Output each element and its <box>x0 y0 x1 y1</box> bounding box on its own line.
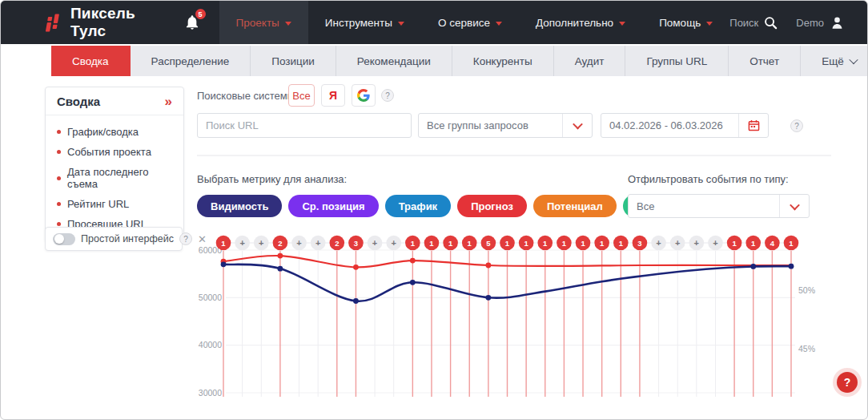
event-marker[interactable]: 1 <box>727 236 742 251</box>
data-point-navy-metric[interactable] <box>221 261 227 267</box>
event-marker[interactable]: 5 <box>481 236 496 251</box>
svg-text:1: 1 <box>524 239 528 248</box>
svg-text:3: 3 <box>354 239 358 248</box>
svg-text:3: 3 <box>637 239 641 248</box>
svg-text:+: + <box>259 238 263 248</box>
event-marker[interactable]: 1 <box>613 236 629 251</box>
svg-text:1: 1 <box>751 239 756 248</box>
svg-text:+: + <box>391 238 396 248</box>
add-event-marker[interactable]: + <box>386 236 401 251</box>
add-event-marker[interactable]: + <box>254 236 269 251</box>
add-event-marker[interactable]: + <box>311 236 326 251</box>
svg-text:+: + <box>315 238 320 248</box>
event-marker[interactable]: 1 <box>594 236 609 251</box>
svg-text:1: 1 <box>448 239 453 248</box>
data-point-navy-metric[interactable] <box>353 298 359 304</box>
svg-text:+: + <box>239 238 244 248</box>
add-event-marker[interactable]: + <box>368 236 383 251</box>
svg-text:1: 1 <box>581 239 585 248</box>
data-point-navy-metric[interactable] <box>789 264 794 269</box>
svg-text:1: 1 <box>429 239 434 248</box>
svg-text:1: 1 <box>562 239 567 248</box>
event-marker[interactable]: 1 <box>424 236 440 251</box>
svg-text:1: 1 <box>468 239 472 248</box>
svg-text:1: 1 <box>789 239 794 248</box>
add-event-marker[interactable]: + <box>689 236 705 251</box>
y-axis-right-tick: 50% <box>798 285 815 295</box>
event-marker[interactable]: 2 <box>273 236 288 251</box>
event-marker[interactable]: 1 <box>462 236 477 251</box>
svg-text:4: 4 <box>770 239 775 248</box>
data-point-navy-metric[interactable] <box>485 295 491 301</box>
y-axis-left-tick: 30000 <box>199 388 222 398</box>
data-point-red-metric[interactable] <box>353 265 359 270</box>
svg-text:1: 1 <box>543 239 548 248</box>
add-event-marker[interactable]: + <box>651 236 666 251</box>
event-marker[interactable]: 1 <box>537 236 553 251</box>
svg-text:+: + <box>675 238 680 248</box>
event-marker[interactable]: 1 <box>519 236 534 251</box>
svg-text:2: 2 <box>335 239 339 248</box>
svg-text:1: 1 <box>619 239 624 248</box>
visibility-chart: 6000050000400003000050%45%1++2++23++1111… <box>1 1 868 420</box>
y-axis-left-tick: 40000 <box>199 340 222 349</box>
svg-text:+: + <box>372 238 377 248</box>
svg-text:1: 1 <box>732 239 737 248</box>
svg-text:1: 1 <box>600 239 605 248</box>
event-marker[interactable]: 1 <box>216 236 231 251</box>
event-marker[interactable]: 1 <box>745 236 761 251</box>
event-marker[interactable]: 1 <box>500 236 515 251</box>
add-event-marker[interactable]: + <box>235 236 250 251</box>
data-point-navy-metric[interactable] <box>410 280 416 285</box>
add-event-marker[interactable]: + <box>670 236 685 251</box>
event-marker[interactable]: 1 <box>405 236 420 251</box>
event-marker[interactable]: 1 <box>557 236 572 251</box>
svg-text:1: 1 <box>221 239 226 248</box>
svg-text:1: 1 <box>411 239 416 248</box>
add-event-marker[interactable]: + <box>291 236 307 251</box>
data-point-red-metric[interactable] <box>485 263 491 269</box>
svg-text:+: + <box>656 238 661 248</box>
svg-text:+: + <box>694 238 699 248</box>
add-event-marker[interactable]: + <box>708 236 723 251</box>
floating-help-button[interactable]: ? <box>837 372 858 393</box>
data-point-red-metric[interactable] <box>410 258 416 264</box>
svg-text:2: 2 <box>278 239 282 248</box>
event-marker[interactable]: 3 <box>633 236 648 251</box>
event-marker[interactable]: 4 <box>765 236 780 251</box>
data-point-navy-metric[interactable] <box>278 266 283 272</box>
svg-text:+: + <box>296 238 301 248</box>
app-window: Пиксель Тулс 5 ПроектыИнструментыО серви… <box>0 0 868 420</box>
svg-text:1: 1 <box>505 239 510 248</box>
event-marker[interactable]: 2 <box>330 236 345 251</box>
svg-text:+: + <box>713 238 717 248</box>
data-point-red-metric[interactable] <box>278 253 283 259</box>
y-axis-left-tick: 50000 <box>199 293 222 302</box>
svg-text:5: 5 <box>486 239 491 248</box>
data-point-navy-metric[interactable] <box>750 264 756 269</box>
y-axis-right-tick: 45% <box>798 344 815 353</box>
event-marker[interactable]: 3 <box>348 236 364 251</box>
event-marker[interactable]: 1 <box>576 236 591 251</box>
event-marker[interactable]: 1 <box>784 236 799 251</box>
event-marker[interactable]: 1 <box>443 236 458 251</box>
